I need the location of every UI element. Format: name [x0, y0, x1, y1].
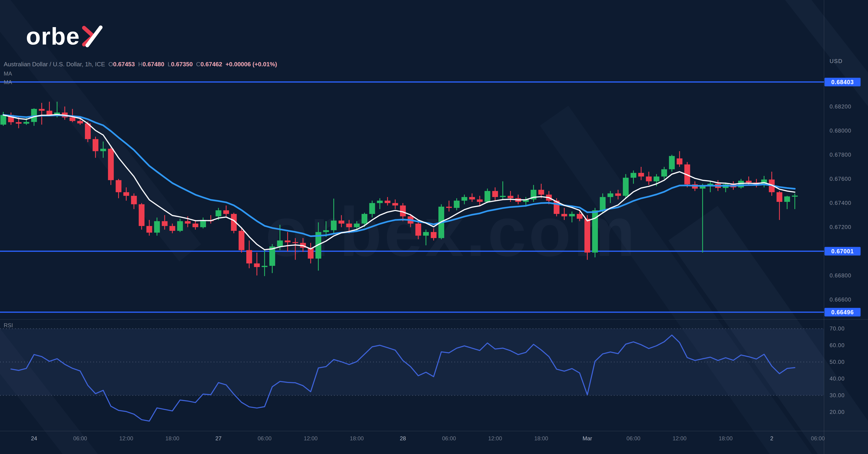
ma-fast-legend: MA [4, 70, 12, 77]
high-label: H [138, 61, 143, 68]
ma-slow-legend: MA [4, 79, 12, 86]
high-value: 0.67480 [143, 61, 164, 68]
logo-text: orbe [26, 24, 80, 48]
open-value: 0.67453 [113, 61, 135, 68]
close-value: 0.67462 [200, 61, 222, 68]
axis-labels-layer: USD0.682000.680000.678000.676000.674000.… [0, 0, 868, 454]
low-label: L [167, 61, 171, 68]
chart-window: orbex.com USD0.682000.680000.678000.6760… [0, 0, 868, 454]
change-value: +0.00006 (+0.01%) [225, 61, 277, 68]
symbol-legend: Australian Dollar / U.S. Dollar, 1h, ICE… [4, 61, 277, 68]
low-value: 0.67350 [171, 61, 193, 68]
price-axis[interactable] [824, 0, 868, 431]
orbex-x-icon [81, 25, 102, 47]
close-label: C [196, 61, 200, 68]
time-axis[interactable] [0, 431, 868, 454]
open-label: O [108, 61, 113, 68]
rsi-legend: RSI [4, 322, 13, 329]
orbex-logo: orbe [26, 24, 102, 48]
symbol-title: Australian Dollar / U.S. Dollar, 1h, ICE [4, 61, 105, 68]
